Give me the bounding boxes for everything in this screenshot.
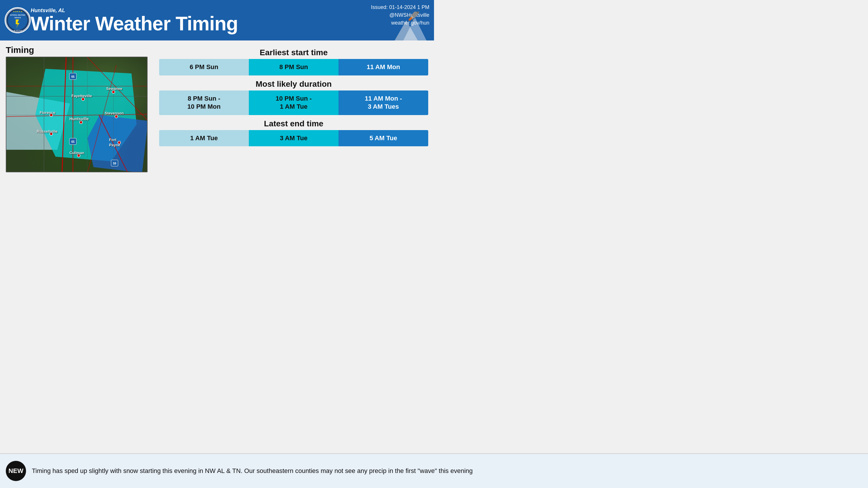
latest-end-block: Latest end time 1 AM Tue 3 AM Tue 5 AM T… <box>159 119 428 147</box>
svg-text:Russellville: Russellville <box>37 129 58 134</box>
latest-end-cell-1: 1 AM Tue <box>159 130 249 147</box>
svg-text:SERVICE: SERVICE <box>14 17 21 19</box>
svg-text:Fort: Fort <box>109 138 117 142</box>
main-content: Timing <box>0 40 434 209</box>
svg-text:Stevenson: Stevenson <box>105 111 124 116</box>
earliest-start-row: 6 PM Sun 8 PM Sun 11 AM Mon <box>159 59 428 75</box>
svg-text:65: 65 <box>71 140 75 143</box>
timing-label: Timing <box>6 45 151 55</box>
map-section: Timing <box>6 45 151 205</box>
svg-text:59: 59 <box>113 162 116 165</box>
latest-end-cell-3: 5 AM Tue <box>339 130 428 147</box>
most-likely-cell-3: 11 AM Mon -3 AM Tues <box>339 91 428 115</box>
map-svg-overlay: Florence Russellville Fayetteville Sewan… <box>6 57 148 172</box>
svg-point-26 <box>112 91 115 93</box>
svg-text:Fayetteville: Fayetteville <box>71 94 92 98</box>
svg-text:65: 65 <box>71 75 75 78</box>
header-title-block: Huntsville, AL Winter Weather Timing <box>31 7 429 33</box>
rocket-icon <box>395 11 429 40</box>
svg-text:Sewanee: Sewanee <box>106 87 122 91</box>
svg-point-27 <box>80 121 83 124</box>
svg-point-28 <box>115 115 118 118</box>
most-likely-cell-1: 8 PM Sun -10 PM Mon <box>159 91 249 115</box>
latest-end-row: 1 AM Tue 3 AM Tue 5 AM Tue <box>159 130 428 147</box>
most-likely-title: Most likely duration <box>159 79 428 89</box>
map-container: Florence Russellville Fayetteville Sewan… <box>6 57 148 172</box>
svg-text:Huntsville: Huntsville <box>69 117 89 121</box>
svg-point-25 <box>82 98 85 101</box>
svg-text:Cullman: Cullman <box>69 151 84 155</box>
latest-end-title: Latest end time <box>159 119 428 128</box>
most-likely-cell-2: 10 PM Sun -1 AM Tue <box>249 91 339 115</box>
earliest-start-cell-2: 8 PM Sun <box>249 59 339 75</box>
earliest-start-cell-3: 11 AM Mon <box>339 59 428 75</box>
header: ★ ★ ★ ★ ★ NATIONAL WEATHER SERVICE ★ ★ ★… <box>0 0 434 40</box>
earliest-start-title: Earliest start time <box>159 48 428 57</box>
data-section: Earliest start time 6 PM Sun 8 PM Sun 11… <box>159 45 428 205</box>
most-likely-row: 8 PM Sun -10 PM Mon 10 PM Sun -1 AM Tue … <box>159 91 428 115</box>
earliest-start-cell-1: 6 PM Sun <box>159 59 249 75</box>
svg-text:NATIONAL WEATHER: NATIONAL WEATHER <box>10 14 26 16</box>
svg-text:Florence: Florence <box>40 110 55 115</box>
latest-end-cell-2: 3 AM Tue <box>249 130 339 147</box>
svg-text:★ ★ ★ ★ ★: ★ ★ ★ ★ ★ <box>13 11 22 12</box>
svg-text:Payne: Payne <box>109 143 120 147</box>
nws-logo: ★ ★ ★ ★ ★ NATIONAL WEATHER SERVICE ★ ★ ★… <box>5 7 31 33</box>
page-title: Winter Weather Timing <box>31 13 429 33</box>
most-likely-block: Most likely duration 8 PM Sun -10 PM Mon… <box>159 79 428 115</box>
svg-text:★ ★ ★ ★ ★: ★ ★ ★ ★ ★ <box>14 30 22 31</box>
issued-date: Issued: 01-14-2024 1 PM <box>371 3 429 11</box>
earliest-start-block: Earliest start time 6 PM Sun 8 PM Sun 11… <box>159 48 428 75</box>
